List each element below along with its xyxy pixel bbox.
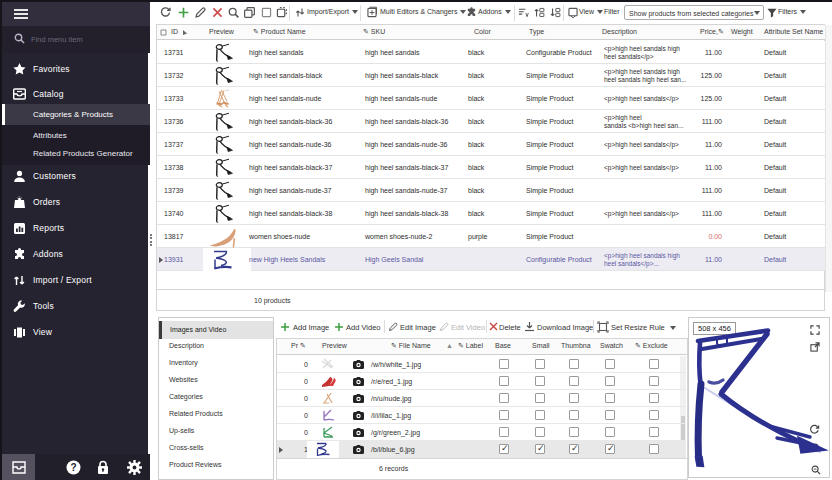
svg-text:?: ? — [70, 462, 76, 473]
